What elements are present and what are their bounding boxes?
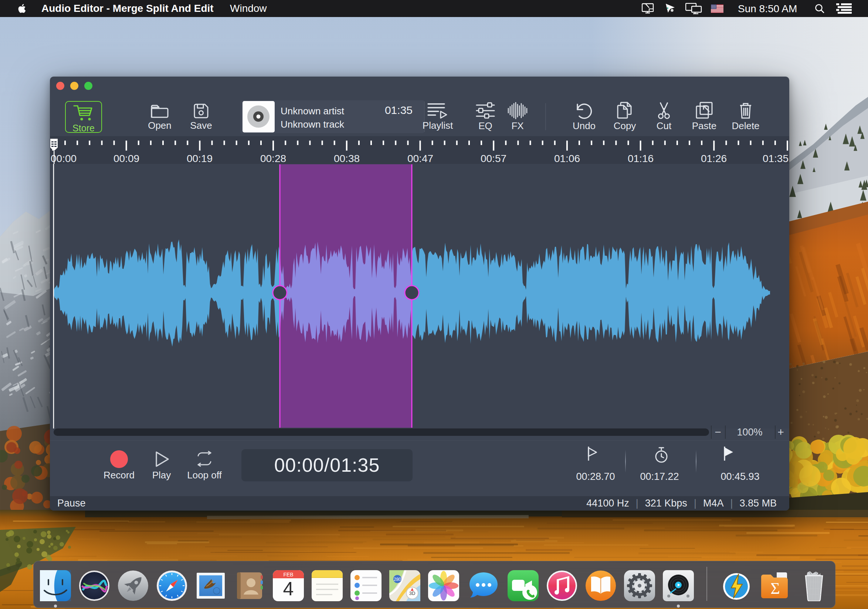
svg-text:4: 4 [283,578,294,600]
svg-text:00:57: 00:57 [480,153,507,164]
svg-text:00:28: 00:28 [260,153,286,164]
svg-text:01:35: 01:35 [763,153,789,164]
svg-text:01:16: 01:16 [628,153,654,164]
svg-text:3D: 3D [409,590,415,596]
svg-text:00:09: 00:09 [113,153,140,164]
svg-text:Σ: Σ [770,579,780,598]
svg-text:00:19: 00:19 [187,153,212,164]
svg-text:00:38: 00:38 [334,153,360,164]
svg-text:01:26: 01:26 [701,153,727,164]
svg-text:280: 280 [394,577,401,582]
svg-text:FEB: FEB [283,572,293,578]
svg-text:01:06: 01:06 [554,153,580,164]
svg-text:00:47: 00:47 [408,153,433,164]
svg-text:00:00: 00:00 [51,153,76,164]
